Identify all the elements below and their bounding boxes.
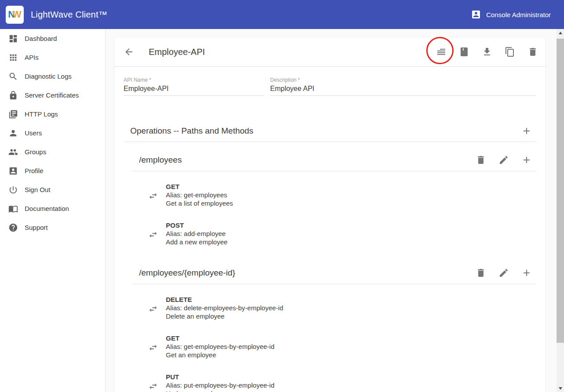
- operation-description: Delete an employee: [166, 312, 283, 320]
- path-text: /employees: [139, 155, 182, 165]
- book-icon: [459, 47, 469, 57]
- sidebar-item-label: Sign Out: [25, 186, 50, 193]
- copy-icon: [505, 47, 515, 57]
- operation-item[interactable]: GET Alias: get-employees-by-employee-id …: [132, 334, 536, 359]
- api-name-field: API Name *: [124, 77, 264, 96]
- people-icon: [8, 147, 18, 157]
- swap-horiz-icon: [148, 381, 158, 391]
- description-label: Description *: [270, 77, 536, 83]
- power-icon: [8, 185, 18, 195]
- path-header: /employees: [132, 149, 536, 171]
- sidebar-item-label: Documentation: [25, 205, 69, 212]
- arrow-back-icon: [124, 47, 134, 57]
- help-icon: [8, 223, 18, 232]
- user-menu[interactable]: Console Administrator: [471, 9, 551, 20]
- sidebar-item-label: Diagnostic Logs: [25, 73, 72, 80]
- sidebar: Dashboard APIs Diagnostic Logs Server Ce…: [0, 29, 106, 392]
- swap-horiz-icon: [148, 343, 158, 352]
- person-icon: [8, 128, 18, 138]
- edit-icon: [498, 155, 509, 165]
- sidebar-item-users[interactable]: Users: [0, 123, 105, 142]
- app-title: LightWave Client™: [31, 10, 107, 20]
- operation-method: DELETE: [166, 295, 283, 304]
- align-right-button[interactable]: [436, 47, 447, 57]
- delete-api-button[interactable]: [527, 47, 538, 57]
- dashboard-icon: [8, 34, 18, 44]
- description-field: Description *: [270, 77, 536, 96]
- operation-item[interactable]: GET Alias: get-employees Get a list of e…: [132, 182, 536, 207]
- delete-path-button[interactable]: [476, 155, 486, 165]
- api-title: Employee-API: [149, 47, 205, 57]
- sidebar-item-label: Dashboard: [25, 35, 57, 42]
- add-path-button[interactable]: [521, 126, 532, 136]
- delete-icon: [527, 47, 538, 57]
- app-bar: N W LightWave Client™ Console Administra…: [0, 0, 564, 29]
- open-book-icon: [8, 204, 18, 214]
- sidebar-item-label: Profile: [25, 167, 44, 174]
- sidebar-item-label: Users: [25, 129, 42, 137]
- account-box-icon: [471, 9, 481, 20]
- operation-method: GET: [166, 182, 233, 191]
- sidebar-item-diagnostic-logs[interactable]: Diagnostic Logs: [0, 67, 105, 86]
- add-operation-button[interactable]: [521, 155, 532, 165]
- sidebar-item-http-logs[interactable]: HTTP Logs: [0, 105, 105, 123]
- align-right-icon: [436, 47, 447, 57]
- operation-description: Update an employee: [166, 389, 275, 392]
- path-section: /employees/{employee-id} DELETE: [132, 262, 536, 392]
- operation-method: POST: [166, 221, 227, 229]
- swap-horiz-icon: [148, 304, 158, 314]
- sidebar-item-label: Support: [25, 224, 48, 231]
- path-header: /employees/{employee-id}: [132, 262, 536, 284]
- edit-path-button[interactable]: [498, 155, 509, 165]
- back-button[interactable]: [124, 47, 134, 57]
- operation-description: Get an employee: [166, 351, 275, 359]
- sidebar-item-label: HTTP Logs: [25, 110, 58, 118]
- operation-method: PUT: [166, 373, 275, 381]
- sidebar-item-apis[interactable]: APIs: [0, 48, 105, 67]
- vertical-scrollbar[interactable]: [557, 29, 564, 392]
- search-icon: [8, 72, 18, 81]
- path-section: /employees GET Alias: ge: [132, 149, 536, 246]
- sidebar-item-groups[interactable]: Groups: [0, 142, 105, 161]
- operation-alias: Alias: add-employee: [166, 229, 227, 238]
- sidebar-item-server-certificates[interactable]: Server Certificates: [0, 86, 105, 105]
- edit-path-button[interactable]: [498, 268, 509, 278]
- operation-alias: Alias: get-employees-by-employee-id: [166, 342, 275, 351]
- download-button[interactable]: [482, 47, 492, 57]
- path-text: /employees/{employee-id}: [139, 268, 235, 278]
- delete-path-button[interactable]: [476, 268, 486, 278]
- operation-item[interactable]: DELETE Alias: delete-employees-by-employ…: [132, 295, 536, 320]
- sidebar-item-dashboard[interactable]: Dashboard: [0, 29, 105, 48]
- swap-horiz-icon: [148, 230, 158, 240]
- sidebar-item-label: Server Certificates: [25, 91, 79, 99]
- scrollbar-thumb[interactable]: [557, 39, 564, 343]
- operation-alias: Alias: get-employees: [166, 191, 233, 199]
- swap-horiz-icon: [148, 191, 158, 201]
- api-name-input[interactable]: [124, 83, 264, 96]
- sidebar-item-sign-out[interactable]: Sign Out: [0, 180, 105, 199]
- sidebar-item-profile[interactable]: Profile: [0, 161, 105, 180]
- description-input[interactable]: [270, 83, 536, 96]
- scroll-up-arrow[interactable]: [557, 29, 564, 36]
- download-icon: [482, 47, 492, 57]
- book-button[interactable]: [459, 47, 469, 57]
- add-operation-button[interactable]: [521, 268, 532, 278]
- sidebar-item-documentation[interactable]: Documentation: [0, 199, 105, 218]
- sidebar-item-support[interactable]: Support: [0, 218, 105, 237]
- operation-item[interactable]: PUT Alias: put-employees-by-employee-id …: [132, 373, 536, 392]
- delete-icon: [476, 155, 486, 165]
- operation-method: GET: [166, 334, 275, 342]
- add-icon: [521, 268, 532, 278]
- operation-item[interactable]: POST Alias: add-employee Add a new emplo…: [132, 221, 536, 246]
- operation-alias: Alias: put-employees-by-employee-id: [166, 381, 275, 389]
- add-icon: [521, 126, 532, 136]
- account-box-icon: [8, 166, 18, 176]
- operations-header: Operations -- Paths and Methods: [124, 120, 536, 142]
- user-label: Console Administrator: [486, 11, 551, 18]
- sidebar-item-label: Groups: [25, 148, 46, 156]
- copy-button[interactable]: [505, 47, 515, 57]
- api-form: API Name * Description *: [114, 67, 546, 96]
- lock-icon: [8, 91, 18, 100]
- main-content: Employee-API: [106, 29, 557, 392]
- scroll-down-arrow[interactable]: [557, 385, 564, 392]
